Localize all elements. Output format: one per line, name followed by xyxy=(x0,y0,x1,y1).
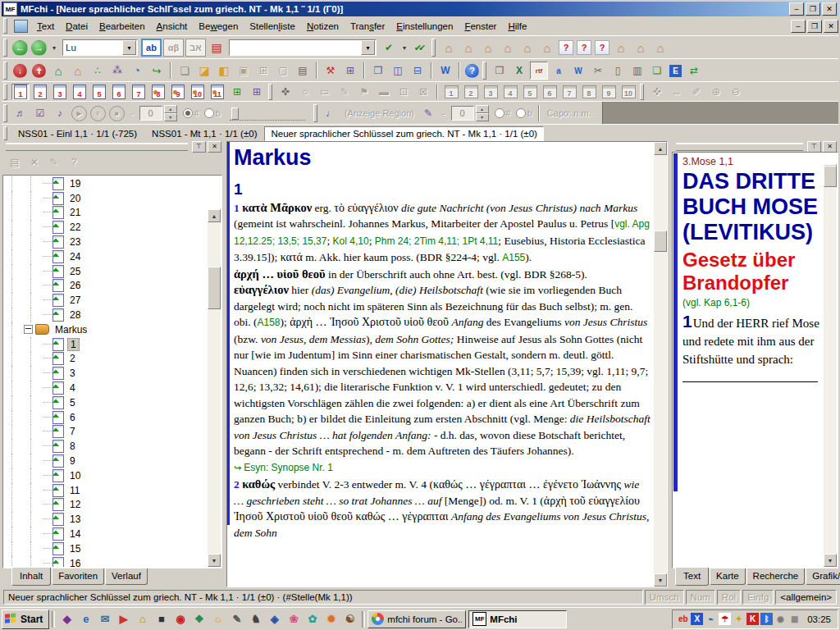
home-1-button[interactable]: ⌂ xyxy=(440,39,458,57)
tree-item-27[interactable]: 27 xyxy=(5,293,207,308)
tab-inhalt[interactable]: Inhalt xyxy=(11,568,51,586)
tab-grafik-tabelle[interactable]: Grafik/Tabelle xyxy=(806,568,840,585)
layout-5-button[interactable]: 5 xyxy=(90,84,108,100)
toolbar-grip[interactable] xyxy=(268,84,272,99)
layout-7-button[interactable]: 7 xyxy=(130,84,148,100)
table-1-button[interactable]: 1 xyxy=(442,84,460,100)
go-dropdown[interactable]: ▾ xyxy=(399,39,409,57)
move-tool-button[interactable]: ✜ xyxy=(276,84,294,100)
tab-karte[interactable]: Karte xyxy=(710,568,746,585)
copy-button[interactable]: ❐ xyxy=(491,62,509,80)
quick-launch-icon-16[interactable]: ☯ xyxy=(340,610,359,628)
layout-2-button[interactable]: 2 xyxy=(31,84,49,100)
tree-item-25[interactable]: 25 xyxy=(5,264,207,279)
greek-text-button[interactable]: αβ xyxy=(163,39,184,57)
region-input[interactable]: 0 xyxy=(451,106,474,121)
paste-special-button[interactable]: ▥ xyxy=(628,62,646,80)
options-grid-button[interactable]: ⊞ xyxy=(341,62,359,80)
pen-button[interactable]: ✐ xyxy=(687,84,705,100)
region-flat-radio[interactable]: b xyxy=(516,108,532,118)
layout-6-button[interactable]: 6 xyxy=(110,84,128,100)
tile-horizontal-button[interactable]: ⊟ xyxy=(409,62,427,80)
exit-button[interactable]: ↪ xyxy=(148,62,166,80)
paste-button[interactable]: ▯ xyxy=(609,62,627,80)
tray-network-icon[interactable]: ⌁ xyxy=(705,613,717,625)
new-document-button[interactable]: ❏ xyxy=(176,62,194,80)
tempo-slider[interactable] xyxy=(230,107,305,121)
menu-text[interactable]: Text xyxy=(31,18,60,34)
nav-forward-button[interactable]: → xyxy=(31,40,47,56)
table-5-button[interactable]: 5 xyxy=(521,84,539,100)
tray-k-icon[interactable]: K xyxy=(746,613,759,625)
app-icon[interactable]: MF xyxy=(3,2,17,16)
toolbar-grip[interactable] xyxy=(482,62,486,80)
export-word-button[interactable]: W xyxy=(436,62,454,80)
reference-input[interactable]: ▾ xyxy=(229,39,377,56)
quick-launch-icon-2[interactable]: e xyxy=(76,610,95,628)
list-query-1-button[interactable]: ? xyxy=(559,40,573,55)
toolbar-grip[interactable] xyxy=(431,39,436,57)
tree-item-11[interactable]: 11 xyxy=(5,483,207,498)
tab-recherche[interactable]: Recherche xyxy=(746,568,806,585)
zoom-out-button[interactable]: ⊖ xyxy=(727,84,745,100)
zoom-in-button[interactable]: ⊕ xyxy=(707,84,725,100)
tree-item-markus[interactable]: Markus xyxy=(5,322,207,337)
maximize-button[interactable]: ❐ xyxy=(806,2,820,16)
scrollbar-thumb[interactable] xyxy=(208,267,221,309)
table-4-button[interactable]: 4 xyxy=(501,84,519,100)
table-check-button[interactable]: ⊞ xyxy=(248,84,266,100)
tab-nss01-einl-1-1-1-1-725[interactable]: NSS01 - Einl 1,1 · 1/1 (-725) xyxy=(11,126,144,141)
hebrew-text-button[interactable]: אב xyxy=(185,39,206,57)
go-all-button[interactable]: ✔✔ xyxy=(411,39,429,57)
nav-history-dropdown[interactable]: ▾ xyxy=(49,39,59,57)
pause-button[interactable]: ‖ xyxy=(90,106,106,121)
user-home-button[interactable]: ⌂ xyxy=(69,62,87,80)
taskbar-task-chrome[interactable]: mfchi forum - Go... xyxy=(368,610,466,628)
tree-item-8[interactable]: 8 xyxy=(5,439,207,454)
child-restore-button[interactable]: ❐ xyxy=(807,20,822,33)
open-button[interactable]: ◪ xyxy=(195,62,213,80)
commentary-document[interactable]: Markus11 κατὰ Μᾶρκον erg. τὸ εὐαγγέλιον … xyxy=(234,144,651,587)
edit-button[interactable]: ✎ xyxy=(45,153,63,171)
home-8-button[interactable]: ⌂ xyxy=(632,39,650,57)
menubar-grip[interactable] xyxy=(3,18,7,34)
playlist-button[interactable]: ♬ xyxy=(11,104,30,122)
layout-3-button[interactable]: 3 xyxy=(51,84,69,100)
panel-help-button[interactable]: ? xyxy=(65,153,83,171)
tree-item-12[interactable]: 12 xyxy=(5,498,207,513)
toolbar-grip[interactable] xyxy=(3,84,7,99)
hierarchy-button[interactable]: ∴ xyxy=(89,62,107,80)
layout-11-button[interactable]: 11 xyxy=(208,84,226,100)
child-close-button[interactable]: ✕ xyxy=(824,20,838,33)
menu-hilfe[interactable]: Hilfe xyxy=(502,18,532,34)
stop-button[interactable]: ■ xyxy=(109,106,125,121)
tree-item-10[interactable]: 10 xyxy=(5,468,207,483)
copy-append-button[interactable]: ❏ xyxy=(648,62,666,80)
copy-rtf-button[interactable]: rtf xyxy=(530,62,548,80)
synopsis-link[interactable]: ↪Esyn: Synopse Nr. 1 xyxy=(234,460,651,477)
child-window-icon[interactable] xyxy=(14,20,28,33)
home-3-button[interactable]: ⌂ xyxy=(479,39,497,57)
quick-launch-icon-7[interactable]: ◉ xyxy=(171,610,189,628)
quick-launch-icon-3[interactable]: ✉ xyxy=(95,610,114,628)
cascade-windows-button[interactable]: ❐ xyxy=(369,62,387,80)
edit-tool-button[interactable]: ✎ xyxy=(336,84,354,100)
table-check2-button[interactable]: ⊡ xyxy=(395,84,413,100)
table-6-button[interactable]: 6 xyxy=(541,84,559,100)
region-spinner[interactable]: ▴▾ xyxy=(476,105,489,121)
eraser-button[interactable]: ▬ xyxy=(375,84,393,100)
person-button[interactable]: ✝ xyxy=(32,64,46,78)
latin-text-button[interactable]: ab xyxy=(141,39,162,57)
table-7-button[interactable]: 7 xyxy=(560,84,578,100)
menu-stellenliste[interactable]: Stellenliste xyxy=(244,18,301,34)
tree-item-13[interactable]: 13 xyxy=(5,512,207,527)
select-rect-button[interactable]: ▭ xyxy=(316,84,334,100)
home-up-button[interactable]: ⌂ xyxy=(49,62,67,80)
region-sharp-radio[interactable]: # xyxy=(495,108,511,118)
tree-item-4[interactable]: 4 xyxy=(5,381,207,395)
toolbar-grip[interactable] xyxy=(313,104,317,122)
home-7-button[interactable]: ⌂ xyxy=(612,39,630,57)
save-button[interactable]: ▣ xyxy=(235,62,253,80)
menu-einstellungen[interactable]: Einstellungen xyxy=(390,18,459,34)
flat-radio[interactable]: b xyxy=(204,108,221,118)
